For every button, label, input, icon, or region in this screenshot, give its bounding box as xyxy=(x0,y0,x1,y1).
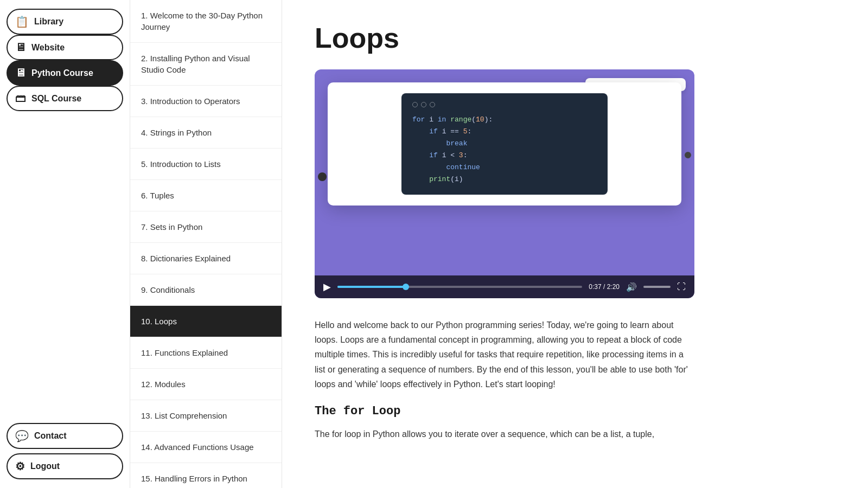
video-dot-right xyxy=(685,152,691,158)
volume-bar[interactable] xyxy=(643,286,671,288)
progress-fill xyxy=(337,286,406,288)
time-display: 0:37 / 2:20 xyxy=(589,283,620,291)
course-item-8[interactable]: 8. Dictionaries Explained xyxy=(130,243,282,274)
video-controls: ▶ 0:37 / 2:20 🔊 ⛶ xyxy=(315,275,694,298)
nav-btn-sql-course[interactable]: 🗃SQL Course xyxy=(7,86,123,111)
course-item-7[interactable]: 7. Sets in Python xyxy=(130,211,282,243)
course-item-12[interactable]: 12. Modules xyxy=(130,369,282,400)
dot-2 xyxy=(421,102,426,107)
nav-buttons: 📋Library🖥Website🖥Python Course🗃SQL Cours… xyxy=(7,9,123,111)
video-player[interactable]: 'break' and 'continue' Statements for i … xyxy=(315,69,694,298)
nav-btn-contact[interactable]: 💬Contact xyxy=(7,423,123,449)
nav-label-contact: Contact xyxy=(34,431,67,441)
section-title: The for Loop xyxy=(315,404,694,418)
nav-label-logout: Logout xyxy=(30,461,60,471)
play-button[interactable]: ▶ xyxy=(323,281,331,293)
nav-icon-logout: ⚙ xyxy=(15,460,25,473)
nav-label-library: Library xyxy=(34,17,63,27)
nav-label-sql-course: SQL Course xyxy=(31,94,81,104)
sidebar: 📋Library🖥Website🖥Python Course🗃SQL Cours… xyxy=(0,0,130,488)
current-time: 0:37 xyxy=(589,283,601,291)
code-dots xyxy=(412,102,597,107)
course-item-11[interactable]: 11. Functions Explained xyxy=(130,337,282,369)
nav-btn-python-course[interactable]: 🖥Python Course xyxy=(7,60,123,86)
nav-icon-website: 🖥 xyxy=(15,41,26,54)
nav-btn-logout[interactable]: ⚙Logout xyxy=(7,453,123,479)
course-item-6[interactable]: 6. Tuples xyxy=(130,180,282,211)
sidebar-bottom: 💬Contact⚙Logout xyxy=(7,423,123,479)
volume-button[interactable]: 🔊 xyxy=(626,282,637,292)
dot-1 xyxy=(412,102,418,107)
course-item-9[interactable]: 9. Conditionals xyxy=(130,274,282,306)
course-list: 1. Welcome to the 30-Day Python Journey2… xyxy=(130,0,282,488)
dot-3 xyxy=(430,102,435,107)
course-item-13[interactable]: 13. List Comprehension xyxy=(130,400,282,432)
content-body: Hello and welcome back to our Python pro… xyxy=(315,318,694,441)
course-item-4[interactable]: 4. Strings in Python xyxy=(130,117,282,149)
course-item-1[interactable]: 1. Welcome to the 30-Day Python Journey xyxy=(130,0,282,43)
course-item-3[interactable]: 3. Introduction to Operators xyxy=(130,86,282,117)
code-window: for i in range(10): if i == 5: break if … xyxy=(401,93,608,195)
nav-icon-python-course: 🖥 xyxy=(15,67,26,79)
nav-label-website: Website xyxy=(31,43,65,53)
course-item-5[interactable]: 5. Introduction to Lists xyxy=(130,149,282,180)
time-separator: / xyxy=(603,283,607,291)
video-inner: 'break' and 'continue' Statements for i … xyxy=(315,69,694,275)
progress-thumb xyxy=(403,284,409,290)
description-text: Hello and welcome back to our Python pro… xyxy=(315,318,694,391)
course-item-14[interactable]: 14. Advanced Functions Usage xyxy=(130,432,282,463)
course-item-10[interactable]: 10. Loops xyxy=(130,306,282,337)
nav-icon-library: 📋 xyxy=(15,15,29,28)
nav-label-python-course: Python Course xyxy=(31,68,93,78)
course-item-15[interactable]: 15. Handling Errors in Python xyxy=(130,463,282,488)
fullscreen-button[interactable]: ⛶ xyxy=(677,282,686,292)
course-item-2[interactable]: 2. Installing Python and Visual Studio C… xyxy=(130,43,282,86)
nav-btn-library[interactable]: 📋Library xyxy=(7,9,123,35)
video-screen: for i in range(10): if i == 5: break if … xyxy=(328,82,681,206)
nav-btn-website[interactable]: 🖥Website xyxy=(7,35,123,60)
lesson-title: Loops xyxy=(315,22,835,54)
progress-bar[interactable] xyxy=(337,286,582,288)
code-text: for i in range(10): if i == 5: break if … xyxy=(412,114,597,186)
main-content: Loops 'break' and 'continue' Statements … xyxy=(282,0,868,488)
video-dot-left xyxy=(318,172,327,181)
nav-icon-sql-course: 🗃 xyxy=(15,92,26,105)
total-time: 2:20 xyxy=(607,283,620,291)
section-body: The for loop in Python allows you to ite… xyxy=(315,427,694,441)
nav-icon-contact: 💬 xyxy=(15,429,29,442)
